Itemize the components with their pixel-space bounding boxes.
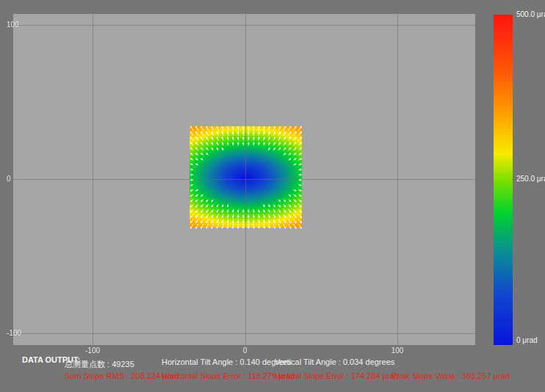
y-tick-label: -100: [7, 329, 21, 337]
x-tick-label: -100: [85, 346, 100, 355]
x-tick-label: 100: [391, 346, 404, 355]
x-tick-label: 0: [243, 346, 248, 355]
colorbar-max-label: 500.0 μrad: [516, 10, 545, 18]
horizontal-tilt-angle-value: Horizontal Tilt Angle : 0.140 degrees: [162, 357, 292, 366]
vertical-tilt-angle-value: Vertical Tilt Angle : 0.034 degrees: [275, 357, 394, 366]
slope-map-canvas: [13, 14, 475, 345]
y-tick-label: 100: [7, 21, 19, 29]
total-points-value: 总测量点数 : 49235: [65, 360, 134, 369]
colorbar-min-label: 0 μrad: [516, 336, 538, 344]
slope-map-plot: [13, 14, 475, 345]
colorbar-mid-label: 250.0 μrad: [516, 175, 545, 183]
app-window: 1000-100 -1000100 500.0 μrad 250.0 μrad …: [0, 0, 545, 392]
colorbar: [494, 15, 513, 345]
peak-slope-value: Peak Slope Value : 363.257 μrad: [391, 371, 510, 380]
y-tick-label: 0: [7, 175, 11, 183]
vertical-slope-error-value: Vertical Slope Error : 174.284 μrad: [275, 371, 399, 380]
